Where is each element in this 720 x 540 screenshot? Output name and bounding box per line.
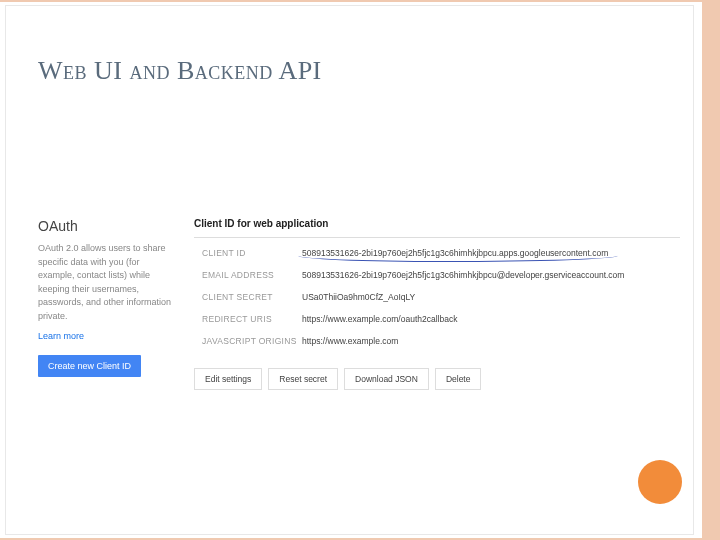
slide-title: Web UI and Backend API [38, 56, 322, 86]
content-area: OAuth OAuth 2.0 allows users to share sp… [38, 218, 680, 390]
value-client-id: 508913531626-2bi19p760ej2h5fjc1g3c6himhk… [302, 248, 608, 258]
row-client-id: CLIENT ID 508913531626-2bi19p760ej2h5fjc… [194, 242, 680, 264]
label-redirect-uris: REDIRECT URIS [194, 314, 302, 324]
label-js-origins: JAVASCRIPT ORIGINS [194, 336, 302, 346]
create-client-id-button[interactable]: Create new Client ID [38, 355, 141, 377]
value-redirect-uris: https://www.example.com/oauth2callback [302, 314, 457, 324]
value-js-origins: https://www.example.com [302, 336, 398, 346]
download-json-button[interactable]: Download JSON [344, 368, 429, 390]
label-client-id: CLIENT ID [194, 248, 302, 258]
decorative-circle [638, 460, 682, 504]
row-js-origins: JAVASCRIPT ORIGINS https://www.example.c… [194, 330, 680, 352]
oauth-sidebar: OAuth OAuth 2.0 allows users to share sp… [38, 218, 178, 390]
label-client-secret: CLIENT SECRET [194, 292, 302, 302]
row-email: EMAIL ADDRESS 508913531626-2bi19p760ej2h… [194, 264, 680, 286]
sidebar-heading: OAuth [38, 218, 178, 234]
edit-settings-button[interactable]: Edit settings [194, 368, 262, 390]
learn-more-link[interactable]: Learn more [38, 331, 178, 341]
row-client-secret: CLIENT SECRET USa0ThiiOa9hm0CfZ_AoIqLY [194, 286, 680, 308]
divider [194, 237, 680, 238]
value-client-secret: USa0ThiiOa9hm0CfZ_AoIqLY [302, 292, 415, 302]
value-email: 508913531626-2bi19p760ej2h5fjc1g3c6himhk… [302, 270, 624, 280]
row-redirect-uris: REDIRECT URIS https://www.example.com/oa… [194, 308, 680, 330]
delete-button[interactable]: Delete [435, 368, 482, 390]
sidebar-description: OAuth 2.0 allows users to share specific… [38, 242, 178, 323]
details-heading: Client ID for web application [194, 218, 680, 229]
action-buttons: Edit settings Reset secret Download JSON… [194, 368, 680, 390]
client-id-details: Client ID for web application CLIENT ID … [194, 218, 680, 390]
reset-secret-button[interactable]: Reset secret [268, 368, 338, 390]
label-email: EMAIL ADDRESS [194, 270, 302, 280]
